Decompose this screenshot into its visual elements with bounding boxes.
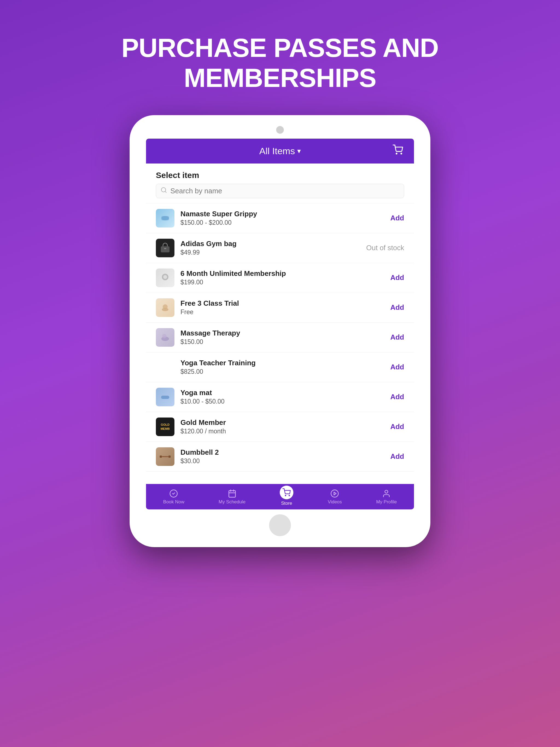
svg-point-24: [289, 495, 290, 496]
nav-item-my-profile[interactable]: My Profile: [372, 489, 401, 505]
item-thumbnail-empty: [156, 358, 175, 377]
item-thumbnail: [156, 328, 175, 347]
header-filter-label[interactable]: All Items ▾: [259, 146, 301, 156]
svg-point-23: [285, 495, 286, 496]
item-name: Massage Therapy: [180, 329, 386, 337]
item-info: 6 Month Unlimited Membership $199.00: [180, 269, 386, 286]
svg-point-9: [163, 275, 167, 279]
nav-label-my-profile: My Profile: [376, 499, 397, 505]
item-price: $825.00: [180, 368, 386, 376]
item-action-button[interactable]: Add: [386, 303, 404, 312]
item-name: Free 3 Class Trial: [180, 299, 386, 308]
item-info: Massage Therapy $150.00: [180, 329, 386, 345]
item-name: 6 Month Unlimited Membership: [180, 269, 386, 278]
search-icon: [160, 187, 167, 195]
item-price: $150.00 - $200.00: [180, 219, 386, 226]
bottom-nav: Book Now My Schedule Store Videos My Pro…: [146, 484, 414, 509]
item-thumbnail: [156, 209, 175, 228]
item-info: Free 3 Class Trial Free: [180, 299, 386, 316]
cart-icon[interactable]: [393, 145, 403, 157]
app-header: All Items ▾: [146, 138, 414, 163]
item-name: Yoga Teacher Training: [180, 359, 386, 367]
item-price: $49.99: [180, 249, 362, 256]
item-action-button[interactable]: Add: [386, 274, 404, 282]
nav-item-videos[interactable]: Videos: [324, 489, 347, 505]
tablet-home-button[interactable]: [269, 514, 291, 536]
item-price: $120.00 / month: [180, 428, 386, 435]
svg-point-27: [385, 490, 388, 493]
svg-point-11: [163, 304, 168, 309]
nav-item-my-schedule[interactable]: My Schedule: [214, 489, 250, 505]
item-name: Namaste Super Grippy: [180, 210, 386, 218]
item-thumbnail: [156, 447, 175, 466]
search-input[interactable]: [170, 187, 400, 195]
list-item: Free 3 Class Trial Free Add: [146, 293, 414, 323]
item-info: Dumbbell 2 $30.00: [180, 448, 386, 465]
item-action-button[interactable]: Add: [386, 452, 404, 461]
items-list: Namaste Super Grippy $150.00 - $200.00 A…: [146, 203, 414, 484]
item-name: Dumbbell 2: [180, 448, 386, 457]
svg-point-1: [401, 153, 402, 154]
nav-icon-person: [382, 489, 391, 498]
item-thumbnail: [156, 298, 175, 317]
item-name: Gold Member: [180, 418, 386, 427]
svg-marker-26: [334, 492, 336, 495]
tablet-camera: [276, 126, 284, 134]
item-info: Yoga mat $10.00 - $50.00: [180, 389, 386, 405]
item-info: Adidas Gym bag $49.99: [180, 239, 362, 256]
select-item-label: Select item: [156, 171, 404, 180]
svg-rect-17: [162, 456, 169, 457]
svg-point-13: [162, 334, 167, 338]
nav-item-store[interactable]: Store: [275, 488, 298, 506]
tablet-frame: All Items ▾ Select item Namaste Super Gr…: [130, 115, 430, 547]
item-action-button[interactable]: Add: [386, 363, 404, 371]
svg-rect-19: [229, 491, 235, 497]
item-price: $150.00: [180, 338, 386, 345]
store-cart-icon: [280, 486, 294, 499]
item-thumbnail: [156, 239, 175, 257]
list-item: Namaste Super Grippy $150.00 - $200.00 A…: [146, 203, 414, 233]
item-action-button[interactable]: Add: [386, 333, 404, 341]
nav-label-store: Store: [281, 500, 292, 506]
item-info: Namaste Super Grippy $150.00 - $200.00: [180, 210, 386, 226]
svg-point-0: [396, 153, 397, 154]
chevron-down-icon: ▾: [297, 147, 301, 155]
search-box: [156, 184, 404, 198]
svg-rect-14: [161, 396, 169, 399]
item-price: $199.00: [180, 279, 386, 286]
nav-label-my-schedule: My Schedule: [219, 499, 246, 505]
item-price: $30.00: [180, 458, 386, 465]
list-item: Adidas Gym bag $49.99 Out of stock: [146, 233, 414, 263]
nav-item-book-now[interactable]: Book Now: [159, 489, 189, 505]
list-item: Yoga Teacher Training $825.00 Add: [146, 353, 414, 382]
nav-label-videos: Videos: [328, 499, 342, 505]
item-action-button[interactable]: Add: [386, 214, 404, 222]
nav-icon-check-circle: [169, 489, 178, 498]
nav-icon-calendar: [228, 489, 236, 498]
item-action-button[interactable]: Add: [386, 393, 404, 401]
svg-point-25: [331, 490, 338, 497]
svg-rect-15: [160, 456, 162, 458]
app-screen: All Items ▾ Select item Namaste Super Gr…: [146, 138, 414, 509]
list-item: Dumbbell 2 $30.00 Add: [146, 442, 414, 472]
item-price: $10.00 - $50.00: [180, 398, 386, 405]
svg-rect-16: [169, 456, 171, 458]
list-item: 6 Month Unlimited Membership $199.00 Add: [146, 263, 414, 293]
list-item: GOLDMEMB Gold Member $120.00 / month Add: [146, 412, 414, 442]
item-action-button[interactable]: Add: [386, 422, 404, 431]
page-title: PURCHASE PASSES AND MEMBERSHIPS: [88, 33, 472, 93]
nav-label-book-now: Book Now: [163, 499, 184, 505]
item-action-button[interactable]: Out of stock: [362, 243, 404, 252]
svg-rect-5: [161, 216, 169, 221]
item-thumbnail: [156, 268, 175, 287]
svg-rect-7: [164, 248, 166, 249]
item-thumbnail: GOLDMEMB: [156, 417, 175, 436]
item-info: Gold Member $120.00 / month: [180, 418, 386, 435]
item-price: Free: [180, 308, 386, 316]
item-name: Adidas Gym bag: [180, 239, 362, 248]
nav-icon-play-circle: [330, 489, 339, 498]
list-item: Yoga mat $10.00 - $50.00 Add: [146, 382, 414, 412]
svg-rect-6: [161, 247, 170, 252]
item-name: Yoga mat: [180, 389, 386, 397]
select-item-panel: Select item: [146, 163, 414, 203]
